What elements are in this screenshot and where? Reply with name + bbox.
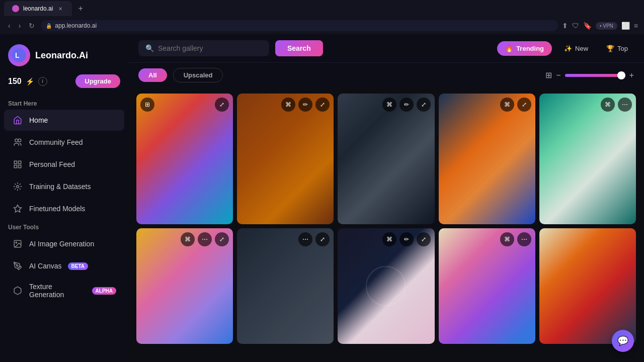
- item-expand-button-3[interactable]: ⤢: [417, 98, 431, 112]
- finetuned-icon: [12, 203, 23, 214]
- item-dots-button-6[interactable]: ⋯: [198, 232, 212, 246]
- gallery-item-2[interactable]: ⌘ ✏ ⤢: [237, 94, 334, 224]
- zoom-out-button[interactable]: −: [556, 71, 560, 80]
- item-menu-button-1[interactable]: ⊞: [140, 98, 154, 112]
- gallery-item-8[interactable]: ⌘ ✏ ⤢: [338, 228, 434, 344]
- credits-info-button[interactable]: i: [38, 77, 47, 86]
- sidebar-item-texture[interactable]: Texture Generation ALPHA: [4, 278, 124, 304]
- sidebar-item-personal-feed[interactable]: Personal Feed: [4, 154, 124, 175]
- ai-canvas-icon: [12, 260, 23, 272]
- item-expand-button-1[interactable]: ⤢: [215, 98, 229, 112]
- gallery-item-6[interactable]: ⌘ ⋯ ⤢: [136, 228, 233, 344]
- item-expand-button-4[interactable]: ⤢: [517, 98, 531, 112]
- svg-point-10: [16, 242, 17, 243]
- gallery-item-3[interactable]: ⌘ ✏ ⤢: [338, 94, 434, 224]
- sidebar-item-ai-image[interactable]: AI Image Generation: [4, 233, 124, 254]
- new-icon: ✨: [564, 45, 572, 52]
- trending-button[interactable]: 🔥 Trending: [497, 41, 552, 56]
- section-start-label: Start Here: [0, 96, 128, 109]
- tab-close-button[interactable]: ✕: [57, 5, 64, 12]
- new-tab-button[interactable]: +: [74, 1, 87, 16]
- item-actions-2: ⌘ ✏ ⤢: [281, 98, 330, 112]
- item-edit-button-8[interactable]: ✏: [399, 232, 414, 246]
- address-bar[interactable]: 🔒 app.leonardo.ai: [41, 20, 558, 31]
- app-container: L Leonardo.Ai 150 ⚡ i Upgrade Start Here…: [0, 34, 644, 362]
- active-tab[interactable]: leonardo.ai ✕: [4, 1, 72, 16]
- item-edit-button-3[interactable]: ✏: [399, 98, 414, 112]
- menu-button[interactable]: ≡: [634, 22, 638, 30]
- item-cmd-button-8[interactable]: ⌘: [382, 232, 396, 246]
- share-button[interactable]: ⬆: [562, 22, 568, 30]
- new-button[interactable]: ✨ New: [558, 41, 594, 56]
- training-label: Training & Datasets: [29, 183, 91, 191]
- credits-icon: ⚡: [26, 77, 34, 85]
- gallery: ⊞ ⤢ ⌘ ✏ ⤢ ⌘: [128, 87, 644, 362]
- item-cmd-button-9[interactable]: ⌘: [500, 232, 514, 246]
- grid-view-button[interactable]: ⊞: [545, 70, 552, 80]
- upgrade-button[interactable]: Upgrade: [75, 74, 120, 88]
- extensions-button[interactable]: ⬜: [621, 22, 630, 30]
- gallery-item-7[interactable]: ⋯ ⤢: [237, 228, 334, 344]
- community-feed-label: Community Feed: [29, 138, 83, 146]
- reload-button[interactable]: ↻: [27, 20, 37, 32]
- gallery-item-1[interactable]: ⊞ ⤢: [136, 94, 233, 224]
- section-tools-label: User Tools: [0, 220, 128, 233]
- sidebar-item-ai-canvas[interactable]: AI Canvas BETA: [4, 255, 124, 277]
- svg-point-2: [15, 139, 18, 142]
- search-input[interactable]: [158, 44, 262, 52]
- gallery-item-5[interactable]: ⌘ ⋯: [539, 94, 636, 224]
- item-cmd-button-4[interactable]: ⌘: [500, 98, 514, 112]
- item-expand-button-7[interactable]: ⤢: [315, 232, 330, 246]
- new-label: New: [575, 45, 588, 52]
- item-cmd-button-3[interactable]: ⌘: [382, 98, 396, 112]
- shield-button[interactable]: 🛡: [572, 22, 579, 30]
- finetuned-label: Finetuned Models: [29, 205, 85, 213]
- filter-all-button[interactable]: All: [138, 68, 167, 82]
- personal-feed-icon: [12, 159, 23, 170]
- gallery-item-4[interactable]: ⌘ ⤢: [439, 94, 535, 224]
- item-cmd-button-6[interactable]: ⌘: [181, 232, 195, 246]
- item-expand-button-8[interactable]: ⤢: [417, 232, 431, 246]
- topbar: 🔍 Search 🔥 Trending ✨ New 🏆 Top: [128, 34, 644, 63]
- logo-avatar: L: [8, 44, 30, 66]
- item-cmd-button-2[interactable]: ⌘: [281, 98, 295, 112]
- item-dots-button-5[interactable]: ⋯: [618, 98, 632, 112]
- sidebar-item-community-feed[interactable]: Community Feed: [4, 132, 124, 153]
- sidebar-item-finetuned[interactable]: Finetuned Models: [4, 198, 124, 219]
- gallery-item-9[interactable]: ⌘ ⋯: [439, 228, 535, 344]
- item-dots-button-7[interactable]: ⋯: [298, 232, 312, 246]
- filter-upscaled-button[interactable]: Upscaled: [173, 68, 223, 82]
- gallery-item-10[interactable]: [539, 228, 636, 344]
- back-button[interactable]: ‹: [6, 20, 13, 32]
- item-expand-button-6[interactable]: ⤢: [215, 232, 229, 246]
- chat-bubble[interactable]: 💬: [612, 330, 634, 352]
- item-actions-4: ⌘ ⤢: [500, 98, 531, 112]
- zoom-slider[interactable]: [565, 74, 625, 77]
- item-expand-button-2[interactable]: ⤢: [315, 98, 330, 112]
- chat-icon: 💬: [617, 335, 628, 346]
- gallery-grid: ⊞ ⤢ ⌘ ✏ ⤢ ⌘: [136, 94, 636, 344]
- search-button[interactable]: Search: [275, 40, 323, 56]
- svg-rect-6: [19, 165, 21, 168]
- svg-point-11: [17, 265, 18, 266]
- svg-rect-5: [19, 161, 21, 163]
- zoom-in-button[interactable]: +: [629, 71, 634, 80]
- sidebar: L Leonardo.Ai 150 ⚡ i Upgrade Start Here…: [0, 34, 128, 362]
- item-cmd-button-5[interactable]: ⌘: [601, 98, 615, 112]
- svg-point-3: [18, 139, 21, 142]
- item-edit-button-2[interactable]: ✏: [298, 98, 312, 112]
- forward-button[interactable]: ›: [17, 20, 23, 32]
- trending-label: Trending: [516, 45, 544, 52]
- sidebar-item-training[interactable]: Training & Datasets: [4, 176, 124, 197]
- item-dots-button-9[interactable]: ⋯: [517, 232, 531, 246]
- bookmark-button[interactable]: 🔖: [583, 22, 592, 30]
- item-actions-1: ⤢: [215, 98, 229, 112]
- item-overlay-1: [136, 94, 233, 224]
- sidebar-item-home[interactable]: Home: [4, 110, 124, 131]
- svg-rect-7: [14, 165, 17, 168]
- item-actions-6: ⌘ ⋯ ⤢: [181, 232, 229, 246]
- browser-nav: ‹ › ↻ 🔒 app.leonardo.ai ⬆ 🛡 🔖 • VPN ⬜ ≡: [0, 17, 644, 34]
- top-button[interactable]: 🏆 Top: [600, 41, 634, 56]
- browser-tabs: leonardo.ai ✕ +: [0, 0, 644, 17]
- item-overlay-4: [439, 94, 535, 224]
